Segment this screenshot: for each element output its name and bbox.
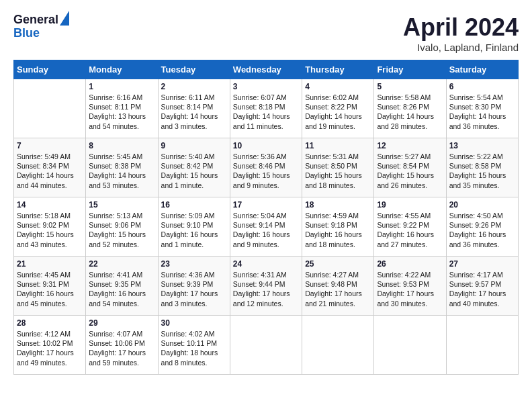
day-number: 5 [377,82,443,91]
logo-general-text: General [13,13,58,27]
calendar-cell: 21Sunrise: 4:45 AMSunset: 9:31 PMDayligh… [14,257,86,316]
day-detail: Sunrise: 4:27 AMSunset: 9:48 PMDaylight:… [305,270,371,308]
day-detail: Sunrise: 4:36 AMSunset: 9:39 PMDaylight:… [161,270,227,308]
day-detail: Sunrise: 5:27 AMSunset: 8:54 PMDaylight:… [377,152,443,190]
calendar-cell: 15Sunrise: 5:13 AMSunset: 9:06 PMDayligh… [86,197,158,257]
day-detail: Sunrise: 4:55 AMSunset: 9:22 PMDaylight:… [377,211,443,249]
calendar-week-row: 21Sunrise: 4:45 AMSunset: 9:31 PMDayligh… [14,257,519,316]
day-number: 19 [377,200,443,210]
day-number: 16 [161,200,227,210]
calendar-cell: 18Sunrise: 4:59 AMSunset: 9:18 PMDayligh… [302,197,374,257]
day-detail: Sunrise: 5:49 AMSunset: 8:34 PMDaylight:… [17,152,83,190]
calendar-cell: 3Sunrise: 6:07 AMSunset: 8:18 PMDaylight… [230,79,302,138]
calendar-cell: 26Sunrise: 4:22 AMSunset: 9:53 PMDayligh… [374,257,446,316]
title-area: April 2024 Ivalo, Lapland, Finland [403,13,519,53]
calendar-cell: 7Sunrise: 5:49 AMSunset: 8:34 PMDaylight… [14,138,86,197]
day-number: 15 [89,200,154,210]
column-header-friday: Friday [374,60,446,79]
day-detail: Sunrise: 5:58 AMSunset: 8:26 PMDaylight:… [377,93,443,131]
day-detail: Sunrise: 5:31 AMSunset: 8:50 PMDaylight:… [305,152,371,190]
day-number: 20 [449,200,515,210]
day-number: 1 [89,82,154,91]
calendar-cell [374,316,446,375]
calendar-week-row: 7Sunrise: 5:49 AMSunset: 8:34 PMDaylight… [14,138,519,197]
month-title: April 2024 [403,13,519,42]
calendar-cell: 2Sunrise: 6:11 AMSunset: 8:14 PMDaylight… [158,79,230,138]
calendar-cell: 30Sunrise: 4:02 AMSunset: 10:11 PMDaylig… [158,316,230,375]
day-number: 17 [233,200,299,210]
calendar-cell [230,316,302,375]
day-detail: Sunrise: 5:40 AMSunset: 8:42 PMDaylight:… [161,152,227,190]
day-detail: Sunrise: 4:45 AMSunset: 9:31 PMDaylight:… [17,270,83,308]
day-number: 14 [17,200,83,210]
day-detail: Sunrise: 4:12 AMSunset: 10:02 PMDaylight… [17,329,83,367]
calendar-cell: 25Sunrise: 4:27 AMSunset: 9:48 PMDayligh… [302,257,374,316]
day-detail: Sunrise: 5:04 AMSunset: 9:14 PMDaylight:… [233,211,299,249]
calendar-cell: 4Sunrise: 6:02 AMSunset: 8:22 PMDaylight… [302,79,374,138]
calendar-table: SundayMondayTuesdayWednesdayThursdayFrid… [13,60,519,375]
calendar-cell: 11Sunrise: 5:31 AMSunset: 8:50 PMDayligh… [302,138,374,197]
day-number: 18 [305,200,371,210]
day-number: 13 [449,141,515,150]
logo-triangle-icon [60,11,69,26]
day-detail: Sunrise: 5:54 AMSunset: 8:30 PMDaylight:… [449,93,515,131]
calendar-cell: 6Sunrise: 5:54 AMSunset: 8:30 PMDaylight… [446,79,518,138]
day-detail: Sunrise: 4:02 AMSunset: 10:11 PMDaylight… [161,329,227,367]
calendar-cell: 27Sunrise: 4:17 AMSunset: 9:57 PMDayligh… [446,257,518,316]
day-number: 3 [233,82,299,91]
day-detail: Sunrise: 4:59 AMSunset: 9:18 PMDaylight:… [305,211,371,249]
calendar-week-row: 14Sunrise: 5:18 AMSunset: 9:02 PMDayligh… [14,197,519,257]
calendar-cell [446,316,518,375]
day-detail: Sunrise: 4:31 AMSunset: 9:44 PMDaylight:… [233,270,299,308]
day-number: 30 [161,318,227,328]
calendar-cell: 14Sunrise: 5:18 AMSunset: 9:02 PMDayligh… [14,197,86,257]
day-detail: Sunrise: 5:18 AMSunset: 9:02 PMDaylight:… [17,211,83,249]
calendar-cell: 19Sunrise: 4:55 AMSunset: 9:22 PMDayligh… [374,197,446,257]
day-number: 26 [377,259,443,269]
logo-blue-text: Blue [13,27,58,40]
day-detail: Sunrise: 5:09 AMSunset: 9:10 PMDaylight:… [161,211,227,249]
calendar-cell: 16Sunrise: 5:09 AMSunset: 9:10 PMDayligh… [158,197,230,257]
day-number: 23 [161,259,227,269]
day-detail: Sunrise: 6:16 AMSunset: 8:11 PMDaylight:… [89,93,154,131]
day-number: 22 [89,259,154,269]
day-number: 10 [233,141,299,150]
calendar-cell: 22Sunrise: 4:41 AMSunset: 9:35 PMDayligh… [86,257,158,316]
calendar-cell [14,79,86,138]
day-detail: Sunrise: 5:36 AMSunset: 8:46 PMDaylight:… [233,152,299,190]
day-detail: Sunrise: 4:50 AMSunset: 9:26 PMDaylight:… [449,211,515,249]
day-detail: Sunrise: 6:02 AMSunset: 8:22 PMDaylight:… [305,93,371,131]
calendar-cell: 12Sunrise: 5:27 AMSunset: 8:54 PMDayligh… [374,138,446,197]
day-detail: Sunrise: 6:11 AMSunset: 8:14 PMDaylight:… [161,93,227,131]
day-number: 29 [89,318,154,328]
day-detail: Sunrise: 5:45 AMSunset: 8:38 PMDaylight:… [89,152,154,190]
header: General Blue April 2024 Ivalo, Lapland, … [13,13,519,53]
day-number: 27 [449,259,515,269]
column-header-thursday: Thursday [302,60,374,79]
day-number: 7 [17,141,83,150]
day-number: 8 [89,141,154,150]
calendar-week-row: 1Sunrise: 6:16 AMSunset: 8:11 PMDaylight… [14,79,519,138]
day-number: 6 [449,82,515,91]
day-number: 9 [161,141,227,150]
calendar-header-row: SundayMondayTuesdayWednesdayThursdayFrid… [14,60,519,79]
day-detail: Sunrise: 4:41 AMSunset: 9:35 PMDaylight:… [89,270,154,308]
calendar-cell: 1Sunrise: 6:16 AMSunset: 8:11 PMDaylight… [86,79,158,138]
calendar-cell: 8Sunrise: 5:45 AMSunset: 8:38 PMDaylight… [86,138,158,197]
column-header-sunday: Sunday [14,60,86,79]
day-detail: Sunrise: 4:17 AMSunset: 9:57 PMDaylight:… [449,270,515,308]
calendar-cell: 23Sunrise: 4:36 AMSunset: 9:39 PMDayligh… [158,257,230,316]
day-number: 12 [377,141,443,150]
calendar-cell: 24Sunrise: 4:31 AMSunset: 9:44 PMDayligh… [230,257,302,316]
calendar-cell: 28Sunrise: 4:12 AMSunset: 10:02 PMDaylig… [14,316,86,375]
day-detail: Sunrise: 5:22 AMSunset: 8:58 PMDaylight:… [449,152,515,190]
calendar-cell: 9Sunrise: 5:40 AMSunset: 8:42 PMDaylight… [158,138,230,197]
day-number: 11 [305,141,371,150]
day-number: 2 [161,82,227,91]
calendar-week-row: 28Sunrise: 4:12 AMSunset: 10:02 PMDaylig… [14,316,519,375]
location: Ivalo, Lapland, Finland [403,42,519,53]
day-number: 24 [233,259,299,269]
calendar-cell [302,316,374,375]
day-number: 21 [17,259,83,269]
column-header-tuesday: Tuesday [158,60,230,79]
